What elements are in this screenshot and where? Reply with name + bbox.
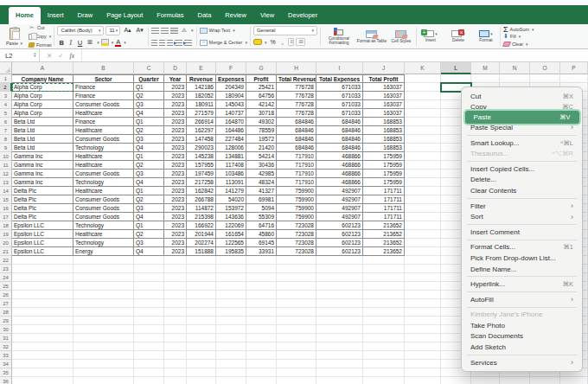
font-family-select[interactable]: Calibri (Body)▾ [57, 26, 104, 35]
cell-F34[interactable] [216, 360, 246, 368]
cell-C21[interactable]: Q4 [134, 247, 164, 256]
cell-G33[interactable] [246, 351, 277, 360]
cell-E9[interactable]: 290023 [187, 144, 216, 152]
cell-K12[interactable] [405, 170, 441, 178]
row-header-2[interactable]: 2 [0, 83, 12, 92]
cell-C2[interactable]: Q1 [134, 83, 164, 92]
cell-G9[interactable]: 21420 [246, 144, 277, 152]
cell-J28[interactable] [363, 308, 405, 317]
cell-C16[interactable]: Q3 [134, 204, 164, 213]
cell-B23[interactable] [74, 265, 134, 273]
cell-B9[interactable]: Technology [74, 144, 134, 152]
cell-D9[interactable]: 2023 [164, 144, 187, 152]
cell-E14[interactable]: 162842 [187, 187, 216, 195]
column-header-E[interactable]: E [187, 62, 216, 74]
cell-G25[interactable] [246, 282, 277, 291]
comma-format-button[interactable]: , [279, 39, 286, 45]
insert-function-icon[interactable]: fx [70, 52, 74, 60]
cell-H25[interactable] [277, 282, 316, 291]
cell-C4[interactable]: Q3 [134, 100, 164, 109]
cell-F23[interactable] [216, 265, 246, 273]
cell-J34[interactable] [363, 360, 405, 368]
cell-I17[interactable]: 492907 [316, 213, 363, 221]
cell-K29[interactable] [405, 317, 441, 325]
column-header-K[interactable]: K [405, 62, 441, 74]
cell-H36[interactable] [277, 377, 316, 384]
cell-J31[interactable] [363, 334, 405, 342]
cell-J23[interactable] [363, 265, 405, 273]
cell-G17[interactable]: 55309 [246, 213, 277, 221]
cell-E27[interactable] [187, 299, 216, 308]
tab-home[interactable]: Home [9, 7, 41, 24]
cell-B19[interactable]: Healthcare [74, 230, 134, 239]
cell-E26[interactable] [187, 291, 216, 299]
row-header-29[interactable]: 29 [0, 317, 12, 325]
cell-G1[interactable]: Profit [246, 74, 277, 83]
cell-K27[interactable] [405, 299, 441, 308]
cell-F32[interactable] [216, 342, 246, 351]
cell-J11[interactable]: 175959 [363, 161, 405, 170]
menu-item-insert-comment[interactable]: Insert Comment [462, 227, 582, 238]
cell-B1[interactable]: Sector [74, 74, 134, 83]
increase-font-size-button[interactable]: A▴ [122, 27, 132, 34]
cell-I13[interactable]: 468866 [316, 178, 363, 187]
cell-E16[interactable]: 114872 [187, 204, 216, 213]
cell-J26[interactable] [363, 291, 405, 299]
cell-A34[interactable] [12, 360, 74, 368]
cell-B5[interactable]: Healthcare [74, 109, 134, 118]
cell-D20[interactable]: 2023 [164, 239, 187, 247]
cell-I35[interactable] [316, 368, 363, 377]
cell-G16[interactable]: 5094 [246, 204, 277, 213]
row-header-25[interactable]: 25 [0, 282, 12, 291]
cell-G26[interactable] [246, 291, 277, 299]
cell-A23[interactable] [12, 265, 74, 273]
column-header-J[interactable]: J [363, 62, 405, 74]
cell-B3[interactable]: Finance [74, 92, 134, 100]
cell-A20[interactable]: Epsilon LLC [12, 239, 74, 247]
cell-E3[interactable]: 182052 [187, 92, 216, 100]
cell-D15[interactable]: 2023 [164, 195, 187, 204]
cell-D32[interactable] [164, 342, 187, 351]
cell-I16[interactable]: 492907 [316, 204, 363, 213]
cell-E10[interactable]: 145238 [187, 152, 216, 161]
row-header-11[interactable]: 11 [0, 161, 12, 170]
cell-F13[interactable]: 113091 [216, 178, 246, 187]
cell-K18[interactable] [405, 221, 441, 230]
row-header-22[interactable]: 22 [0, 256, 12, 265]
cell-G23[interactable] [246, 265, 277, 273]
cell-J15[interactable]: 171711 [363, 195, 405, 204]
cell-K1[interactable] [405, 74, 441, 83]
cell-C9[interactable]: Q4 [134, 144, 164, 152]
align-center-button[interactable] [159, 40, 165, 46]
cell-C3[interactable]: Q2 [134, 92, 164, 100]
cell-H35[interactable] [277, 368, 316, 377]
cell-F16[interactable]: 153972 [216, 204, 246, 213]
cell-O1[interactable] [530, 74, 560, 83]
cell-D14[interactable]: 2023 [164, 187, 187, 195]
cell-K3[interactable] [405, 92, 441, 100]
cell-J5[interactable]: 163037 [363, 109, 405, 118]
menu-item-define-name[interactable]: Define Name... [462, 264, 582, 275]
cell-B4[interactable]: Consumer Goods [74, 100, 134, 109]
cell-I14[interactable]: 492907 [316, 187, 363, 195]
cell-H6[interactable]: 684846 [277, 118, 316, 126]
cell-J20[interactable]: 213652 [363, 239, 405, 247]
fill-button[interactable]: ⬇Fill▾ [503, 33, 546, 41]
cell-A12[interactable]: Gamma Inc [12, 170, 74, 178]
cell-A9[interactable]: Beta Ltd [12, 144, 74, 152]
cell-F25[interactable] [216, 282, 246, 291]
cell-K32[interactable] [405, 342, 441, 351]
cell-J36[interactable] [363, 377, 405, 384]
cell-G8[interactable]: 19572 [246, 135, 277, 144]
cell-C32[interactable] [134, 342, 164, 351]
cell-J4[interactable]: 163037 [363, 100, 405, 109]
cell-C13[interactable]: Q4 [134, 178, 164, 187]
cell-K8[interactable] [405, 135, 441, 144]
cell-A30[interactable] [12, 325, 74, 334]
cell-C30[interactable] [134, 325, 164, 334]
align-top-button[interactable] [151, 28, 159, 34]
cell-J8[interactable]: 168853 [363, 135, 405, 144]
cell-H29[interactable] [277, 317, 316, 325]
cell-H10[interactable]: 717910 [277, 152, 316, 161]
row-header-23[interactable]: 23 [0, 265, 12, 273]
